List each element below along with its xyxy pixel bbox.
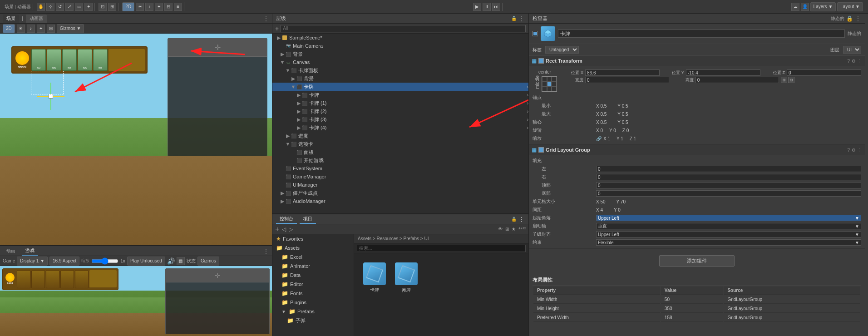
gizmos-btn[interactable]: Gizmos ▼ (57, 24, 84, 33)
sound-icon[interactable]: 🔊 (167, 257, 175, 265)
global-tool[interactable]: ⊞ (108, 3, 116, 11)
folder-bullet[interactable]: 📁 子弹 (272, 316, 354, 325)
console-more-icon[interactable]: ⋮ (518, 216, 525, 223)
folder-data[interactable]: 📁 Data (272, 271, 354, 280)
project-forward-icon[interactable]: ▷ (289, 226, 293, 232)
pivot-tool[interactable]: ⊡ (99, 3, 107, 11)
pos-x-field[interactable]: 86.6 (585, 69, 660, 76)
hierarchy-item-zombie-spawn[interactable]: ▶ ⬛ 僵尸生成点 (272, 189, 528, 197)
project-star-icon[interactable]: ★ (512, 227, 516, 232)
inspector-lock-icon[interactable]: 🔒 (846, 15, 853, 22)
layer-select[interactable]: UI (843, 46, 861, 54)
inspector-more-icon[interactable]: ⋮ (855, 15, 861, 22)
folder-editor[interactable]: 📁 Editor (272, 280, 354, 289)
scene-sound-icon[interactable]: ♪ (27, 25, 35, 33)
layout-btn[interactable]: Layout ▼ (837, 2, 863, 11)
bottom-val-field[interactable]: 0 (596, 190, 861, 197)
hierarchy-item-game-manager[interactable]: ⬛ GameManager (272, 173, 528, 181)
hand-tool[interactable]: ✋ (37, 3, 45, 11)
hierarchy-item-card-2[interactable]: ▶ ⬛ 卡牌 (2) › (272, 107, 528, 115)
hierarchy-search[interactable] (281, 25, 526, 32)
height-field[interactable]: 0 (695, 77, 779, 83)
card1-more[interactable]: › (527, 101, 528, 106)
card4-more[interactable]: › (527, 125, 528, 130)
card-main-more[interactable]: › (527, 93, 528, 98)
project-options-icon[interactable]: ⊞ (505, 227, 509, 232)
aspect-select[interactable]: 16.9 Aspect (49, 257, 79, 266)
component-checkbox[interactable] (538, 58, 544, 64)
account-icon[interactable]: 👤 (801, 3, 809, 11)
cloud-icon[interactable]: ☁ (791, 3, 799, 11)
grid-layout-header[interactable]: ▦ Grid Layout Group ? ⚙ ⋮ (529, 145, 865, 155)
project-back-icon[interactable]: ◁ (282, 226, 286, 232)
pause-button[interactable]: ⏸ (483, 3, 491, 11)
hierarchy-item-event-system[interactable]: ⬛ EventSystem (272, 164, 528, 173)
transform-tool[interactable]: ✦ (84, 3, 93, 11)
left-val-field[interactable]: 0 (596, 166, 861, 172)
scene-2d-btn[interactable]: 2D (3, 24, 15, 33)
gl-help-icon[interactable]: ? (847, 148, 850, 153)
top-val-field[interactable]: 0 (596, 182, 861, 188)
card-more-icon[interactable]: › (527, 84, 528, 89)
zoom-slider[interactable] (91, 258, 118, 264)
start-axis-select[interactable]: 垂直 ▼ (596, 223, 861, 229)
folder-excel[interactable]: 📁 Excel (272, 252, 354, 262)
rt-more-icon[interactable]: ⋮ (858, 59, 862, 64)
object-name-field[interactable] (558, 30, 845, 38)
folder-assets[interactable]: 📁 Assets (272, 243, 354, 252)
hierarchy-item-canvas[interactable]: ▼ ▭ Canvas (272, 58, 528, 66)
tab-animator[interactable]: 动画器 (26, 15, 47, 23)
right-val-field[interactable]: 0 (596, 174, 861, 180)
hierarchy-add-icon[interactable]: + (275, 25, 279, 32)
project-search-input[interactable] (357, 245, 526, 252)
active-checkbox[interactable] (533, 31, 538, 36)
hierarchy-item-sample-scene[interactable]: ▶ SampleScene* (272, 34, 528, 42)
move-tool[interactable]: ⊹ (46, 3, 54, 11)
scale-tool[interactable]: ⤢ (65, 3, 74, 11)
hierarchy-item-main-camera[interactable]: 📷 Main Camera (272, 42, 528, 50)
hierarchy-item-card-selected[interactable]: ▼ ⬛ 卡牌 › (272, 83, 528, 91)
hierarchy-item-choice-card[interactable]: ▼ ⬛ 选项卡 (272, 140, 528, 148)
console-lock-icon[interactable]: 🔒 (511, 217, 517, 222)
folder-fonts[interactable]: 📁 Fonts (272, 289, 354, 298)
tab-game[interactable]: 游戏 (22, 247, 38, 256)
tab-animation-game[interactable]: 动画 (3, 247, 19, 255)
scene-more-icon[interactable]: ⋮ (263, 15, 269, 22)
display-select[interactable]: Display 1 ▼ (17, 257, 48, 266)
fx-tool[interactable]: ✦ (155, 3, 163, 11)
light-tool[interactable]: ☀ (136, 3, 144, 11)
stats-icon[interactable]: ▦ (177, 257, 185, 265)
folder-prefabs[interactable]: ▼ 📁 Prefabs (272, 307, 354, 316)
hierarchy-item-ui-manager[interactable]: ⬛ UIManager (272, 181, 528, 189)
rt-help-icon[interactable]: ? (847, 59, 850, 64)
rect-tool[interactable]: ▭ (75, 3, 83, 11)
scene-light-icon[interactable]: ☀ (17, 25, 25, 33)
card3-more[interactable]: › (527, 117, 528, 122)
child-align-select[interactable]: Upper Left ▼ (596, 231, 861, 237)
rt-settings-icon[interactable]: ⚙ (852, 59, 856, 64)
layers-btn[interactable]: Layers ▼ (810, 2, 836, 11)
constraint-select[interactable]: Flexible ▼ (596, 239, 861, 246)
rect-transform-header[interactable]: ▦ Rect Transform ? ⚙ ⋮ (529, 56, 865, 66)
hierarchy-item-card-panel[interactable]: ▼ ⬛ 卡牌面板 (272, 66, 528, 74)
add-component-button[interactable]: 添加组件 (659, 255, 735, 267)
pos-z-field[interactable]: 0 (787, 69, 861, 76)
project-item-card[interactable]: 卡牌 (363, 262, 386, 293)
scene-tool[interactable]: ⊟ (164, 3, 173, 11)
project-tab[interactable]: 项目 (300, 215, 316, 224)
tag-select[interactable]: Untagged (545, 46, 579, 54)
hierarchy-lock-icon[interactable]: 🔒 (511, 16, 517, 21)
hierarchy-item-card-4[interactable]: ▶ ⬛ 卡牌 (4) › (272, 124, 528, 132)
scene-gizmos-icon[interactable]: ⊟ (47, 25, 55, 33)
gl-settings-icon[interactable]: ⚙ (852, 148, 856, 153)
pos-y-field[interactable]: -10.4 (686, 69, 760, 76)
grid-checkbox[interactable] (538, 147, 544, 153)
hierarchy-more-icon[interactable]: ⋮ (518, 15, 525, 22)
hierarchy-item-bg[interactable]: ▶ ⬛ 背景 (272, 50, 528, 58)
game-more-icon[interactable]: ⋮ (263, 247, 269, 255)
sound-tool[interactable]: ♪ (145, 3, 153, 11)
hierarchy-item-background[interactable]: ▶ ⬛ 背景 (272, 74, 528, 83)
project-item-prop[interactable]: 摊牌 (395, 262, 418, 293)
anchor-preset-grid[interactable] (542, 76, 557, 92)
hierarchy-item-card-3[interactable]: ▶ ⬛ 卡牌 (3) › (272, 115, 528, 124)
